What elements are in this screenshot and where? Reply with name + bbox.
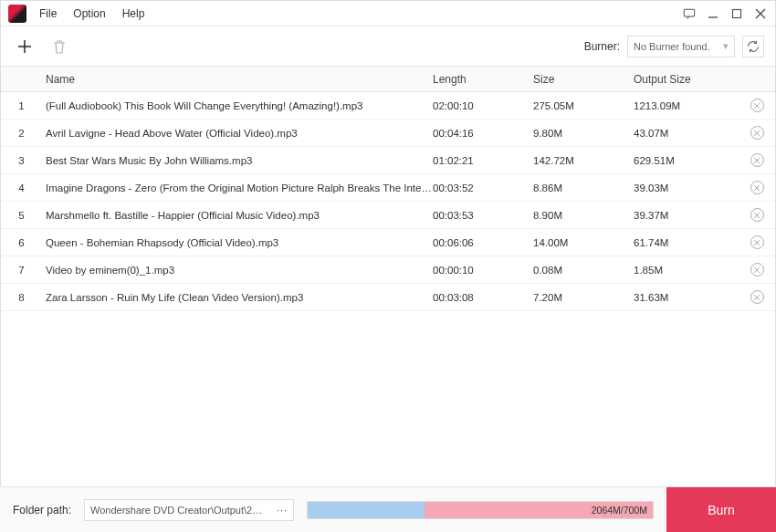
row-name: Video by eminem(0)_1.mp3 bbox=[42, 265, 433, 276]
row-name: Best Star Wars Music By John Williams.mp… bbox=[42, 155, 433, 166]
remove-row-button[interactable] bbox=[750, 99, 764, 112]
row-index: 6 bbox=[1, 237, 42, 248]
row-size: 275.05M bbox=[533, 100, 634, 111]
row-length: 00:03:52 bbox=[433, 183, 533, 193]
menu-file[interactable]: File bbox=[39, 7, 57, 20]
row-index: 4 bbox=[1, 183, 42, 193]
capacity-used bbox=[308, 502, 425, 518]
row-name: Marshmello ft. Bastille - Happier (Offic… bbox=[42, 210, 433, 221]
minimize-button[interactable] bbox=[706, 6, 720, 21]
maximize-button[interactable] bbox=[729, 6, 744, 21]
burner-value: No Burner found. bbox=[634, 41, 710, 52]
row-length: 02:00:10 bbox=[433, 100, 533, 111]
window-controls bbox=[682, 6, 768, 21]
row-output: 1213.09M bbox=[634, 100, 739, 111]
table-header: Name Length Size Output Size bbox=[1, 67, 775, 92]
capacity-bar: 2064M/700M bbox=[307, 501, 654, 519]
row-name: Imagine Dragons - Zero (From the Origina… bbox=[42, 183, 433, 193]
toolbar: Burner: No Burner found. ▾ bbox=[1, 26, 775, 67]
row-length: 00:03:08 bbox=[433, 292, 533, 303]
delete-button[interactable] bbox=[47, 34, 72, 59]
burner-label: Burner: bbox=[584, 40, 620, 53]
row-name: (Full Audiobook) This Book Will Change E… bbox=[42, 100, 433, 111]
browse-button[interactable]: ··· bbox=[277, 505, 288, 516]
add-button[interactable] bbox=[12, 34, 37, 59]
file-table: Name Length Size Output Size 1(Full Audi… bbox=[1, 67, 775, 311]
row-size: 8.90M bbox=[533, 210, 634, 221]
row-index: 3 bbox=[1, 155, 42, 166]
menu-help[interactable]: Help bbox=[122, 7, 145, 20]
table-row[interactable]: 6Queen - Bohemian Rhapsody (Official Vid… bbox=[1, 229, 775, 256]
column-output[interactable]: Output Size bbox=[634, 73, 739, 86]
table-row[interactable]: 2Avril Lavigne - Head Above Water (Offic… bbox=[1, 120, 775, 147]
table-row[interactable]: 4Imagine Dragons - Zero (From the Origin… bbox=[1, 174, 775, 202]
row-size: 14.00M bbox=[533, 237, 634, 248]
bottom-bar: Folder path: Wondershare DVD Creator\Out… bbox=[0, 486, 776, 532]
table-row[interactable]: 8Zara Larsson - Ruin My Life (Clean Vide… bbox=[1, 284, 775, 311]
row-output: 43.07M bbox=[634, 128, 739, 139]
folder-path-label: Folder path: bbox=[13, 504, 71, 516]
chevron-down-icon: ▾ bbox=[723, 40, 729, 52]
remove-row-button[interactable] bbox=[750, 126, 764, 140]
row-output: 1.85M bbox=[634, 265, 739, 276]
row-name: Queen - Bohemian Rhapsody (Official Vide… bbox=[42, 237, 433, 248]
close-button[interactable] bbox=[753, 6, 768, 21]
menu-option[interactable]: Option bbox=[73, 7, 105, 20]
row-output: 61.74M bbox=[634, 237, 739, 248]
remove-row-button[interactable] bbox=[750, 235, 764, 249]
column-name[interactable]: Name bbox=[42, 73, 433, 86]
folder-path-input[interactable]: Wondershare DVD Creator\Output\2018-12-0… bbox=[84, 499, 294, 521]
row-output: 39.03M bbox=[634, 183, 739, 193]
row-size: 9.80M bbox=[533, 128, 634, 139]
svg-rect-0 bbox=[684, 9, 694, 16]
row-length: 00:00:10 bbox=[433, 265, 533, 276]
table-row[interactable]: 3Best Star Wars Music By John Williams.m… bbox=[1, 147, 775, 174]
row-length: 00:03:53 bbox=[433, 210, 533, 221]
row-length: 00:04:16 bbox=[433, 128, 533, 139]
folder-path-value: Wondershare DVD Creator\Output\2018-12-0… bbox=[90, 505, 264, 516]
row-size: 0.08M bbox=[533, 265, 634, 276]
remove-row-button[interactable] bbox=[750, 263, 764, 276]
remove-row-button[interactable] bbox=[750, 208, 764, 222]
row-output: 39.37M bbox=[634, 210, 739, 221]
row-index: 2 bbox=[1, 128, 42, 139]
feedback-icon[interactable] bbox=[682, 6, 697, 21]
capacity-text: 2064M/700M bbox=[592, 502, 647, 518]
row-output: 31.63M bbox=[634, 292, 739, 303]
remove-row-button[interactable] bbox=[750, 290, 764, 304]
row-index: 1 bbox=[1, 100, 42, 111]
refresh-button[interactable] bbox=[742, 36, 764, 57]
row-name: Zara Larsson - Ruin My Life (Clean Video… bbox=[42, 292, 433, 303]
svg-rect-2 bbox=[733, 9, 741, 17]
row-length: 00:06:06 bbox=[433, 237, 533, 248]
app-logo-icon bbox=[8, 5, 26, 23]
table-row[interactable]: 1(Full Audiobook) This Book Will Change … bbox=[1, 92, 775, 120]
main-menu: File Option Help bbox=[39, 7, 144, 20]
table-row[interactable]: 7Video by eminem(0)_1.mp300:00:100.08M1.… bbox=[1, 256, 775, 284]
row-size: 8.86M bbox=[533, 183, 634, 193]
titlebar: File Option Help bbox=[1, 1, 775, 26]
row-size: 142.72M bbox=[533, 155, 634, 166]
column-size[interactable]: Size bbox=[533, 73, 634, 86]
row-index: 8 bbox=[1, 292, 42, 303]
row-size: 7.20M bbox=[533, 292, 634, 303]
burn-button[interactable]: Burn bbox=[666, 487, 776, 532]
row-length: 01:02:21 bbox=[433, 155, 533, 166]
table-row[interactable]: 5Marshmello ft. Bastille - Happier (Offi… bbox=[1, 202, 775, 229]
remove-row-button[interactable] bbox=[750, 153, 764, 167]
row-index: 5 bbox=[1, 210, 42, 221]
row-index: 7 bbox=[1, 265, 42, 276]
burner-select[interactable]: No Burner found. ▾ bbox=[627, 36, 735, 57]
row-output: 629.51M bbox=[634, 155, 739, 166]
row-name: Avril Lavigne - Head Above Water (Offici… bbox=[42, 128, 433, 139]
column-length[interactable]: Length bbox=[433, 73, 533, 86]
remove-row-button[interactable] bbox=[750, 181, 764, 194]
